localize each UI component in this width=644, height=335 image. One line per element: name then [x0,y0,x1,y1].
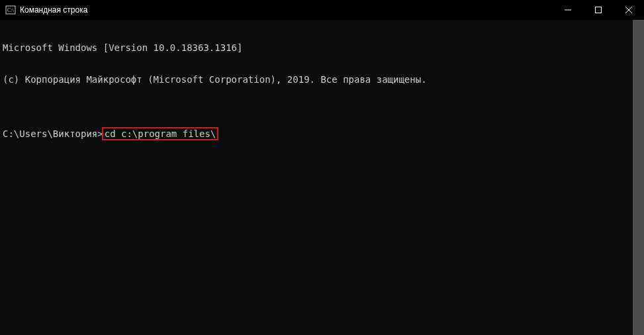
prompt-line: C:\Users\Виктория>cd c:\program files\ [3,127,644,140]
maximize-button[interactable] [583,0,614,20]
command-text: cd c:\program files\ [105,129,216,138]
copyright-line: (c) Корпорация Майкрософт (Microsoft Cor… [3,74,644,85]
minimize-button[interactable] [553,0,583,20]
close-button[interactable] [614,0,644,20]
cmd-icon: C:\ [5,5,16,15]
svg-rect-3 [596,7,602,13]
titlebar: C:\ Командная строка [0,0,644,20]
scrollbar-thumb[interactable] [633,20,644,335]
version-line: Microsoft Windows [Version 10.0.18363.13… [3,42,644,53]
scrollbar-track[interactable] [633,20,644,335]
window-controls [553,0,644,20]
window-title: Командная строка [20,5,87,15]
svg-text:C:\: C:\ [7,7,15,13]
titlebar-left: C:\ Командная строка [5,5,87,15]
command-highlight: cd c:\program files\ [102,127,219,140]
terminal-output[interactable]: Microsoft Windows [Version 10.0.18363.13… [0,20,644,335]
prompt-text: C:\Users\Виктория> [3,128,103,139]
